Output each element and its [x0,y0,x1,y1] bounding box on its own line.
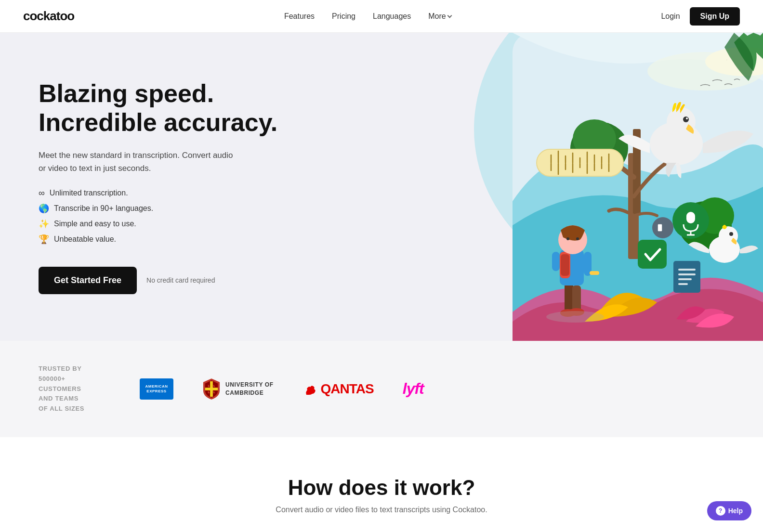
how-title: How does it work? [39,476,724,500]
feature-icon-1: 🌎 [39,203,49,214]
svg-text:♞: ♞ [212,390,215,394]
feature-text-0: Unlimited transcription. [50,189,128,197]
hero-title-line2: Incredible accuracy. [39,108,277,136]
nav-languages-link[interactable]: Languages [373,12,411,20]
hero-features-list: ∞ Unlimited transcription. 🌎 Transcribe … [39,188,420,249]
cambridge-shield-icon: ♞ ♞ ♞ ♞ [202,377,221,401]
nav-item-pricing[interactable]: Pricing [332,12,355,21]
brand-logo[interactable]: cockatoo [23,9,74,24]
brand-name: cockatoo [23,9,74,23]
svg-point-40 [652,217,673,238]
trusted-section: TRUSTED BY 500000+ CUSTOMERS AND TEAMS O… [0,341,763,437]
feature-item-3: 🏆 Unbeatable value. [39,234,420,245]
chevron-down-icon [447,13,452,18]
trusted-line2: 500000+ [39,375,66,382]
svg-rect-41 [658,224,662,231]
trusted-text: TRUSTED BY 500000+ CUSTOMERS AND TEAMS O… [39,364,111,414]
how-section: How does it work? Convert audio or video… [0,437,763,532]
qantas-logo: QANTAS [303,381,374,397]
cambridge-text: UNIVERSITY OFCAMBRIDGE [225,381,274,397]
nav-item-languages[interactable]: Languages [373,12,411,21]
nav-item-more[interactable]: More [428,12,451,21]
feature-item-0: ∞ Unlimited transcription. [39,188,420,198]
nav-item-features[interactable]: Features [284,12,315,21]
trusted-line5: OF ALL SIZES [39,405,84,412]
svg-rect-46 [678,278,692,280]
svg-text:♞: ♞ [207,390,210,394]
svg-rect-44 [678,269,696,271]
hero-illustration [420,33,763,341]
svg-rect-42 [638,240,667,269]
trusted-logos: AMERICANEXPRESS ♞ ♞ ♞ ♞ UNIVERSITY OFCAM… [140,377,724,401]
svg-rect-48 [565,283,573,312]
svg-point-59 [566,237,569,240]
trusted-line4: AND TEAMS [39,395,79,402]
signup-button[interactable]: Sign Up [690,7,740,26]
no-credit-card-text: No credit card required [146,276,215,284]
trusted-line1: TRUSTED BY [39,365,82,372]
nav-more-link[interactable]: More [428,12,446,21]
svg-point-61 [546,311,604,323]
amex-logo: AMERICANEXPRESS [140,378,173,400]
svg-point-16 [729,232,733,236]
svg-point-13 [686,117,688,119]
amex-text: AMERICANEXPRESS [145,384,168,394]
get-started-button[interactable]: Get Started Free [39,267,137,294]
svg-text:♞: ♞ [212,384,215,388]
feature-text-1: Transcribe in 90+ languages. [54,204,153,213]
hero-content: Blazing speed. Incredible accuracy. Meet… [0,33,420,341]
nav-links: Features Pricing Languages More [284,12,451,21]
svg-rect-37 [686,212,695,223]
hero-title-line1: Blazing speed. [39,79,214,107]
help-circle-icon: ? [716,506,725,516]
hero-subtitle: Meet the new standard in transcription. … [39,149,241,175]
feature-icon-0: ∞ [39,188,45,198]
svg-rect-54 [561,254,569,276]
trusted-line3: CUSTOMERS [39,385,81,392]
svg-rect-43 [673,261,700,293]
svg-rect-47 [678,283,688,285]
hero-illustration-svg [420,33,763,341]
svg-rect-57 [590,271,599,275]
feature-text-3: Unbeatable value. [54,235,116,244]
cambridge-logo: ♞ ♞ ♞ ♞ UNIVERSITY OFCAMBRIDGE [202,377,274,401]
svg-point-12 [683,117,689,122]
lyft-text: lyft [403,380,424,397]
hero-section: Blazing speed. Incredible accuracy. Meet… [0,33,763,341]
nav-pricing-link[interactable]: Pricing [332,12,355,20]
hero-title: Blazing speed. Incredible accuracy. [39,79,420,137]
feature-item-1: 🌎 Transcribe in 90+ languages. [39,203,420,214]
svg-text:♞: ♞ [207,384,210,388]
svg-point-60 [576,237,579,240]
feature-item-2: ✨ Simple and easy to use. [39,219,420,229]
help-button[interactable]: ? Help [707,501,751,520]
nav-features-link[interactable]: Features [284,12,315,20]
feature-text-2: Simple and easy to use. [54,220,136,228]
svg-rect-49 [572,285,581,312]
nav-right: Login Sign Up [661,7,740,26]
qantas-text: QANTAS [321,381,374,397]
feature-icon-2: ✨ [39,219,49,229]
svg-rect-45 [678,273,696,275]
navbar: cockatoo Features Pricing Languages More… [0,0,763,33]
login-link[interactable]: Login [661,12,680,21]
feature-icon-3: 🏆 [39,234,49,245]
qantas-kangaroo-icon [303,381,318,397]
hero-cta: Get Started Free No credit card required [39,267,420,294]
lyft-logo: lyft [403,380,424,398]
help-label: Help [728,507,743,515]
svg-rect-56 [552,252,560,271]
how-subtitle: Convert audio or video files to text tra… [39,506,724,514]
